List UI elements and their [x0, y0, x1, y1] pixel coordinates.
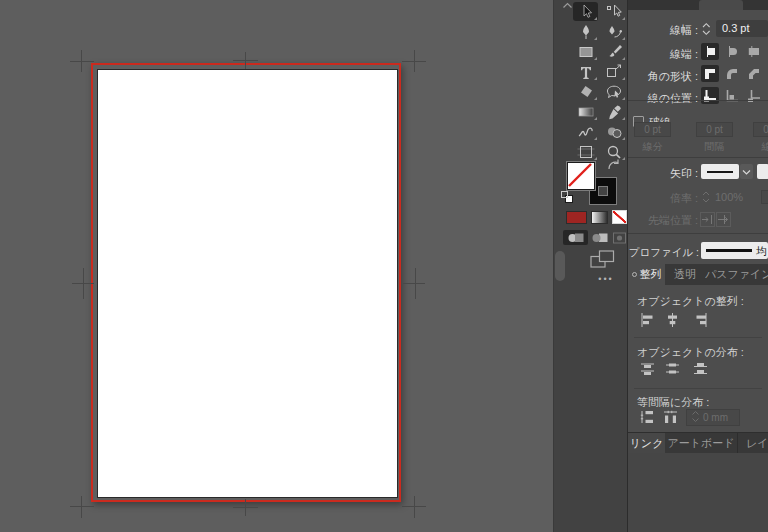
tab-transparency[interactable]: 透明	[665, 264, 705, 285]
vertical-distribute-top-icon	[640, 362, 655, 376]
screen-mode-icon[interactable]	[590, 250, 616, 269]
butt-cap-icon	[703, 45, 717, 58]
eraser-tool-icon	[576, 83, 596, 101]
arrowhead-end-select[interactable]	[757, 164, 768, 179]
eyedropper-tool-icon	[604, 103, 624, 121]
tab-align[interactable]: 整列	[628, 264, 665, 285]
vertical-distribute-bottom-button[interactable]	[691, 360, 709, 378]
horizontal-align-left-button[interactable]	[638, 311, 656, 329]
stroke-weight-stepper[interactable]	[701, 21, 712, 37]
align-stroke-center-button[interactable]	[701, 87, 719, 104]
selection-tool[interactable]	[573, 2, 598, 21]
stroke-weight-input[interactable]: 0.3 pt	[716, 20, 768, 37]
miter-join-button[interactable]	[701, 65, 719, 82]
artboard[interactable]	[97, 69, 398, 498]
bevel-join-icon	[747, 67, 761, 80]
swap-fill-stroke-icon[interactable]	[607, 159, 621, 171]
free-transform-tool[interactable]	[601, 62, 626, 81]
butt-cap-button[interactable]	[701, 43, 719, 60]
artboard-tool-icon	[576, 143, 596, 161]
trim-mark	[403, 283, 425, 284]
profile-select[interactable]: 均	[701, 242, 768, 259]
trim-mark	[83, 268, 84, 299]
horizontal-distribute-space-button[interactable]	[661, 408, 679, 426]
rectangle-tool[interactable]	[573, 42, 598, 61]
trim-mark	[70, 61, 94, 62]
scrollbar-thumb[interactable]	[555, 251, 565, 281]
arrowhead-start-chevron-icon[interactable]	[740, 164, 753, 179]
tip-align-extend-button	[700, 212, 715, 227]
horizontal-align-center-icon	[665, 313, 680, 327]
direct-selection-tool-icon	[604, 3, 624, 21]
align-stroke-outside-button[interactable]	[745, 87, 763, 104]
panel-indicator-icon	[632, 272, 637, 277]
vertical-distribute-space-button[interactable]	[638, 408, 656, 426]
distribute-spacing-input: 0 mm	[686, 409, 740, 426]
draw-normal-mode-button[interactable]	[563, 230, 588, 245]
paintbrush-tool[interactable]	[601, 42, 626, 61]
warp-tool[interactable]	[573, 122, 598, 141]
gradient-tool[interactable]	[573, 102, 598, 121]
pen-tool[interactable]	[573, 22, 598, 41]
direct-selection-tool[interactable]	[601, 2, 626, 21]
tab-artboards[interactable]: アートボード	[665, 433, 737, 454]
round-join-button[interactable]	[723, 65, 741, 82]
horizontal-align-left-icon	[640, 313, 655, 327]
tab-pathfinder[interactable]: パスファインダ	[705, 264, 768, 285]
horizontal-align-right-button[interactable]	[691, 311, 709, 329]
artboard-tool[interactable]	[573, 142, 598, 161]
fill-color-swatch[interactable]	[567, 162, 595, 190]
align-stroke-inside-button[interactable]	[723, 87, 741, 104]
horizontal-align-center-button[interactable]	[663, 311, 681, 329]
dash-field-1: 0 pt	[696, 122, 733, 137]
stroke-cap-label: 線端 :	[628, 47, 698, 62]
gradient-button[interactable]	[591, 211, 608, 224]
toolbar-panel: •••	[553, 0, 628, 532]
projecting-cap-button[interactable]	[745, 43, 763, 60]
vertical-distribute-bottom-icon	[693, 362, 708, 376]
dash-field-2: 0 pt	[753, 122, 768, 137]
eraser-tool[interactable]	[573, 82, 598, 101]
vertical-distribute-center-icon	[665, 362, 680, 376]
none-button[interactable]	[612, 210, 627, 224]
arrowhead-start-select[interactable]	[701, 164, 739, 179]
dash-field-0: 0 pt	[634, 122, 671, 137]
shaper-tool[interactable]	[601, 82, 626, 101]
eyedropper-tool[interactable]	[601, 102, 626, 121]
vertical-distribute-center-button[interactable]	[663, 360, 681, 378]
gradient-tool-icon	[576, 103, 596, 121]
edit-toolbar-button[interactable]: •••	[587, 274, 625, 284]
round-cap-button[interactable]	[723, 43, 741, 60]
draw-inside-mode-button[interactable]	[612, 231, 627, 244]
stroke-panel-tab[interactable]	[699, 0, 743, 10]
horizontal-distribute-space-icon	[663, 410, 678, 424]
symbol-sprayer-tool[interactable]	[601, 122, 626, 141]
tab-links[interactable]: リンク	[628, 433, 665, 454]
color-button[interactable]	[566, 211, 587, 224]
dash-field-label-1: 間隔	[696, 140, 733, 154]
bottom-panel-body	[628, 453, 768, 532]
tab-layers[interactable]: レイヤー	[737, 433, 768, 454]
round-cap-icon	[725, 45, 739, 58]
arrow-tip-label: 先端位置 :	[628, 213, 698, 228]
arrowheads-label: 矢印 :	[628, 166, 698, 181]
arrow-scale-value: 100%	[715, 191, 743, 203]
symbol-sprayer-tool-icon	[604, 123, 624, 141]
profile-preview-line	[706, 249, 752, 252]
type-tool[interactable]	[573, 62, 598, 81]
curvature-tool[interactable]	[601, 22, 626, 41]
arrow-scale-end-field	[761, 190, 768, 204]
vertical-distribute-top-button[interactable]	[638, 360, 656, 378]
dash-field-label-2: 線分	[753, 140, 768, 154]
default-fill-stroke-icon[interactable]	[560, 190, 574, 204]
trim-mark	[70, 506, 94, 507]
draw-behind-mode-button[interactable]	[591, 231, 609, 244]
selection-tool-icon	[576, 3, 596, 21]
vertical-distribute-space-icon	[640, 410, 655, 424]
canvas-area[interactable]	[0, 0, 553, 532]
free-transform-tool-icon	[604, 63, 624, 81]
bevel-join-button[interactable]	[745, 65, 763, 82]
collapse-toolbar-icon[interactable]	[562, 2, 573, 9]
align-panel-tabbar: 整列透明パスファインダ	[628, 264, 768, 285]
zoom-tool-icon	[604, 143, 624, 161]
